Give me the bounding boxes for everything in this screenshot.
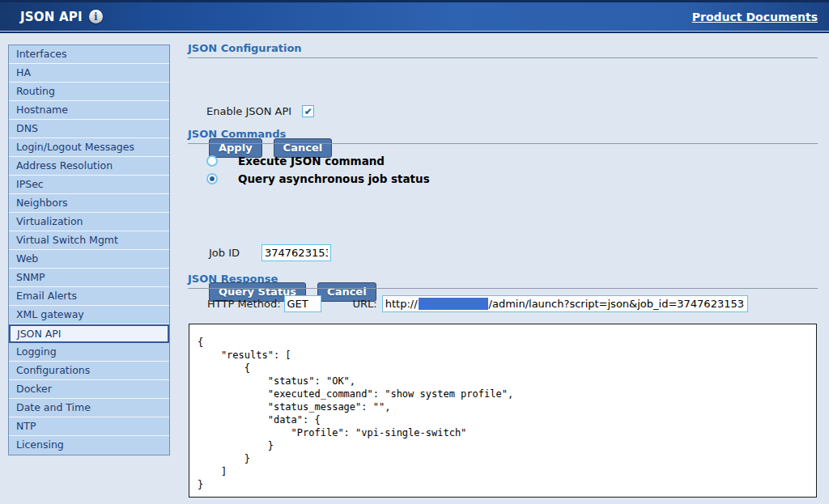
enable-json-api-checkbox[interactable]: ✔ xyxy=(302,105,314,117)
sidebar-item-label: JSON API xyxy=(17,328,62,340)
sidebar-item-label: Neighbors xyxy=(16,197,68,209)
json-response-text: { "results": [ { "status": "OK", "execut… xyxy=(198,336,816,491)
sidebar-item-label: Licensing xyxy=(16,438,64,451)
radio-button-execute-json-command[interactable] xyxy=(206,155,218,167)
sidebar-item-hostname[interactable]: Hostname xyxy=(9,101,169,120)
http-method-input[interactable] xyxy=(284,295,321,312)
job-id-input[interactable] xyxy=(261,244,331,261)
sidebar-item-label: XML gateway xyxy=(16,308,84,320)
sidebar-item-label: Email Alerts xyxy=(16,290,77,302)
sidebar-item-ha[interactable]: HA xyxy=(9,64,169,83)
sidebar-item-configurations[interactable]: Configurations xyxy=(9,362,169,380)
sidebar-nav: InterfacesHARoutingHostnameDNSLogin/Logo… xyxy=(8,44,170,455)
radio-dot xyxy=(210,159,215,163)
sidebar-item-xml-gateway[interactable]: XML gateway xyxy=(9,306,169,324)
sidebar-item-email-alerts[interactable]: Email Alerts xyxy=(9,287,169,306)
job-id-label: Job ID xyxy=(209,247,261,259)
sidebar-item-login-logout-messages[interactable]: Login/Logout Messages xyxy=(9,138,169,157)
sidebar-item-logging[interactable]: Logging xyxy=(9,343,169,362)
title-bar: JSON API i Product Documents xyxy=(0,0,829,31)
sidebar-item-docker[interactable]: Docker xyxy=(9,380,169,399)
section-title-json-response: JSON Response xyxy=(188,273,818,289)
sidebar-item-label: Configurations xyxy=(16,364,90,376)
section-title-json-configuration: JSON Configuration xyxy=(188,42,818,58)
info-icon[interactable]: i xyxy=(89,10,103,23)
enable-json-api-label: Enable JSON API xyxy=(206,105,291,117)
main-content: JSON Configuration Enable JSON API ✔ App… xyxy=(188,40,818,504)
sidebar-item-label: HA xyxy=(16,66,31,78)
sidebar-item-label: Routing xyxy=(16,85,55,97)
request-info-row: HTTP Method: URL: http:// /admin/launch?… xyxy=(188,295,818,312)
sidebar-item-label: IPSec xyxy=(16,178,44,190)
sidebar-item-virtualization[interactable]: Virtualization xyxy=(9,213,169,231)
url-prefix-text: http:// xyxy=(385,298,418,310)
sidebar-item-label: Hostname xyxy=(16,104,68,116)
sidebar-item-ipsec[interactable]: IPSec xyxy=(9,176,169,194)
product-documents-link[interactable]: Product Documents xyxy=(692,11,829,23)
sidebar-item-neighbors[interactable]: Neighbors xyxy=(9,194,169,213)
section-title-json-commands: JSON Commands xyxy=(188,128,818,144)
sidebar-item-virtual-switch-mgmt[interactable]: Virtual Switch Mgmt xyxy=(9,231,169,250)
sidebar-item-address-resolution[interactable]: Address Resolution xyxy=(9,157,169,176)
sidebar-item-ntp[interactable]: NTP xyxy=(9,417,169,436)
radio-dot xyxy=(210,176,215,181)
sidebar-item-label: NTP xyxy=(16,420,36,432)
sidebar-item-label: Address Resolution xyxy=(16,159,113,172)
sidebar-item-routing[interactable]: Routing xyxy=(9,83,169,101)
sidebar-item-date-and-time[interactable]: Date and Time xyxy=(9,399,169,417)
sidebar-item-licensing[interactable]: Licensing xyxy=(9,436,169,455)
sidebar-item-snmp[interactable]: SNMP xyxy=(9,269,169,287)
sidebar-item-interfaces[interactable]: Interfaces xyxy=(9,45,169,64)
url-suffix-text: /admin/launch?script=json&job_id=3747623… xyxy=(489,298,744,310)
url-label: URL: xyxy=(353,298,377,310)
sidebar-item-json-api[interactable]: JSON API xyxy=(9,324,169,343)
sidebar-item-label: Interfaces xyxy=(16,48,66,60)
sidebar-item-label: Docker xyxy=(16,383,52,395)
url-input[interactable]: http:// /admin/launch?script=json&job_id… xyxy=(382,295,748,312)
radio-option-label: Execute JSON command xyxy=(238,155,385,167)
sidebar-item-label: Date and Time xyxy=(16,401,91,413)
enable-json-api-row: Enable JSON API ✔ xyxy=(188,105,818,117)
radio-option-execute-json-command: Execute JSON command xyxy=(206,152,818,170)
sidebar-item-label: Virtualization xyxy=(16,215,83,227)
radio-option-query-asynchronous-job-status: Query asynchronous job status xyxy=(206,170,818,188)
json-response-output: { "results": [ { "status": "OK", "execut… xyxy=(189,324,817,498)
http-method-label: HTTP Method: xyxy=(207,298,281,310)
sidebar-item-label: Logging xyxy=(16,345,57,358)
sidebar-item-label: DNS xyxy=(16,122,38,134)
command-mode-radio-group: Execute JSON commandQuery asynchronous j… xyxy=(188,152,818,188)
sidebar-item-label: Virtual Switch Mgmt xyxy=(16,234,118,246)
sidebar-item-label: Web xyxy=(16,252,38,265)
page-title: JSON API xyxy=(0,10,83,24)
job-id-row: Job ID xyxy=(188,244,818,261)
sidebar-item-web[interactable]: Web xyxy=(9,250,169,269)
sidebar-item-dns[interactable]: DNS xyxy=(9,120,169,138)
sidebar-item-label: Login/Logout Messages xyxy=(16,141,134,153)
redacted-host-block xyxy=(419,298,488,310)
radio-button-query-asynchronous-job-status[interactable] xyxy=(206,173,218,184)
radio-option-label: Query asynchronous job status xyxy=(238,172,430,185)
sidebar-item-label: SNMP xyxy=(16,271,45,283)
